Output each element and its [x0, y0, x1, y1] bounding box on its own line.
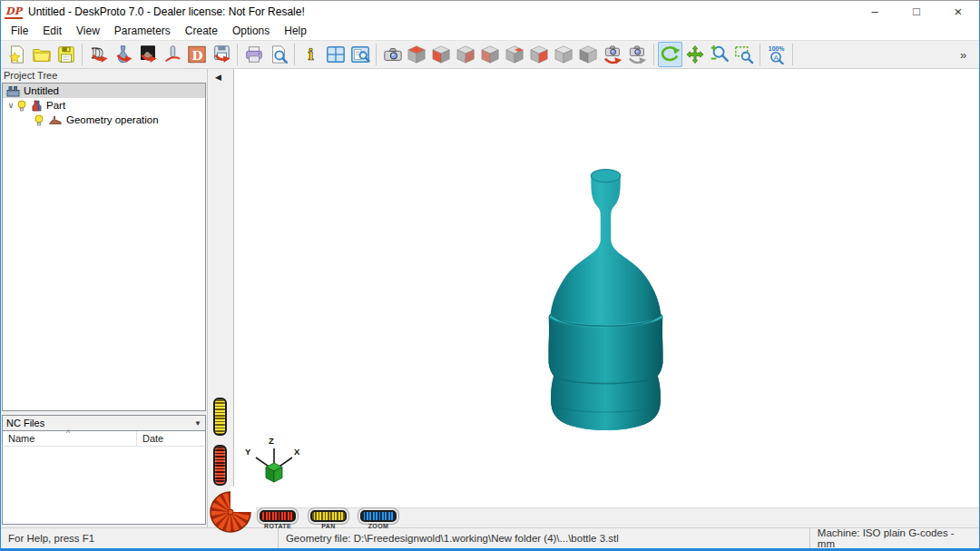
deskproto-wizard-icon[interactable]: D: [184, 42, 209, 67]
view-isometric-icon[interactable]: [552, 42, 576, 67]
visibility-bulb-icon[interactable]: [16, 100, 27, 112]
viewport-3d[interactable]: Z Y X ROTATE PAN ZOOM: [233, 69, 979, 527]
load-bitmap-icon[interactable]: [135, 42, 160, 67]
vertical-rotate-roller[interactable]: [213, 445, 227, 486]
nc-files-label: NC Files: [6, 418, 44, 428]
axis-label-z: Z: [269, 436, 274, 446]
pan-roller-label: PAN: [305, 523, 352, 529]
view-perspective-icon[interactable]: [576, 42, 601, 67]
save-project-icon[interactable]: [54, 42, 78, 67]
view-corner-icon[interactable]: [503, 42, 527, 67]
view-snapshot-icon[interactable]: [380, 42, 405, 67]
toolbar: DDi100%A»: [1, 40, 979, 69]
visibility-bulb-icon[interactable]: [34, 114, 44, 126]
new-project-icon[interactable]: [5, 42, 29, 67]
rotate-roller[interactable]: [260, 510, 296, 522]
part-icon: [31, 100, 43, 112]
zoom-roller[interactable]: [360, 510, 397, 522]
svg-text:i: i: [308, 45, 314, 64]
toolbar-separator: [294, 44, 295, 65]
tree-node-untitled[interactable]: Untitled: [3, 84, 205, 98]
split-window-icon[interactable]: [323, 42, 348, 67]
menu-bar: FileEditViewParametersCreateOptionsHelp: [1, 22, 979, 40]
close-button[interactable]: ×: [937, 1, 979, 22]
toolbar-separator: [792, 44, 793, 65]
left-panel: Project Tree Untitled ∨: [1, 69, 208, 527]
open-project-icon[interactable]: [29, 42, 54, 67]
svg-text:100%: 100%: [768, 45, 784, 52]
window-title: Untitled - DeskProto 7.0 - Dealer licens…: [28, 5, 305, 18]
svg-text:D: D: [191, 48, 202, 63]
view-left-icon[interactable]: [478, 42, 503, 67]
print-preview-icon[interactable]: [266, 42, 290, 67]
deskproto-logo-icon: DP: [5, 5, 23, 19]
menu-view[interactable]: View: [69, 23, 107, 39]
column-header-date[interactable]: Date: [137, 433, 163, 444]
dropdown-arrow-icon: ▼: [194, 419, 201, 428]
collapse-panel-arrow-icon[interactable]: ◀: [215, 73, 221, 82]
nc-files-column-header: ^ Name Date: [2, 431, 206, 447]
axis-label-x: X: [294, 447, 299, 457]
menu-parameters[interactable]: Parameters: [107, 23, 178, 39]
pan-roller[interactable]: [310, 510, 347, 522]
view-back-icon[interactable]: [454, 42, 478, 67]
svg-text:A: A: [773, 54, 778, 62]
status-machine: Machine: ISO plain G-codes - mm: [809, 528, 979, 548]
viewport-roller-bar: ROTATE PAN ZOOM: [234, 507, 979, 527]
rotate-wheel[interactable]: [209, 487, 256, 534]
view-top-icon[interactable]: [405, 42, 429, 67]
tree-node-label: Part: [46, 100, 65, 111]
write-nc-program-icon[interactable]: [209, 42, 233, 67]
axis-cube-icon: [241, 436, 307, 494]
status-geometry-file: Geometry file: D:\Freedesignwold\1.worki…: [278, 528, 809, 548]
menu-options[interactable]: Options: [225, 23, 277, 39]
zoom-100-icon[interactable]: 100%A: [764, 42, 789, 67]
axis-indicator: Z Y X: [241, 436, 307, 494]
menu-file[interactable]: File: [4, 23, 35, 39]
menu-help[interactable]: Help: [277, 23, 314, 39]
menu-create[interactable]: Create: [178, 23, 225, 39]
rotate-roller-label: ROTATE: [254, 523, 301, 529]
toolbar-separator: [653, 44, 654, 65]
rotate-camera-forward-icon[interactable]: [625, 42, 650, 67]
project-tree: Untitled ∨ Part: [2, 83, 206, 411]
toolbar-overflow-icon[interactable]: »: [951, 42, 975, 67]
main-area: Project Tree Untitled ∨: [1, 69, 979, 527]
minimize-button[interactable]: –: [854, 1, 896, 22]
zoom-view-tool-icon[interactable]: [707, 42, 731, 67]
pan-view-tool-icon[interactable]: [682, 42, 707, 67]
print-icon[interactable]: [241, 42, 266, 67]
rotate-camera-back-icon[interactable]: [601, 42, 625, 67]
vertical-pan-roller[interactable]: [213, 398, 227, 436]
calculate-toolpaths-icon[interactable]: [160, 42, 184, 67]
toolbar-separator: [376, 44, 377, 65]
tree-node-label: Geometry operation: [66, 114, 159, 125]
operation-report-icon[interactable]: [348, 42, 372, 67]
chevron-down-icon[interactable]: ∨: [5, 101, 16, 110]
toolbar-separator: [760, 44, 760, 65]
nc-files-dropdown[interactable]: NC Files ▼: [2, 415, 206, 431]
toolbar-separator: [82, 44, 83, 65]
bottle-model[interactable]: [522, 145, 691, 436]
axis-label-y: Y: [245, 447, 250, 457]
load-relief-icon[interactable]: [111, 42, 135, 67]
status-bar: For Help, press F1 Geometry file: D:\Fre…: [1, 527, 979, 551]
menu-edit[interactable]: Edit: [35, 23, 69, 39]
window-controls: – □ ×: [854, 1, 979, 22]
tree-node-geometry-operation[interactable]: Geometry operation: [3, 113, 205, 127]
show-info-icon[interactable]: i: [299, 42, 323, 67]
rotate-view-tool-icon[interactable]: [658, 42, 682, 67]
zoom-roller-label: ZOOM: [355, 523, 402, 529]
title-bar: DP Untitled - DeskProto 7.0 - Dealer lic…: [1, 1, 979, 22]
load-geometry-icon[interactable]: D: [86, 42, 111, 67]
view-right-icon[interactable]: [527, 42, 552, 67]
project-icon: [6, 85, 20, 97]
sort-indicator-icon: ^: [66, 428, 70, 438]
toolbar-separator: [237, 44, 238, 65]
nc-files-list[interactable]: [2, 447, 206, 525]
project-tree-header: Project Tree: [1, 69, 207, 83]
maximize-button[interactable]: □: [896, 1, 937, 22]
zoom-window-tool-icon[interactable]: [731, 42, 756, 67]
tree-node-part[interactable]: ∨ Part: [3, 98, 205, 113]
view-front-icon[interactable]: [429, 42, 454, 67]
